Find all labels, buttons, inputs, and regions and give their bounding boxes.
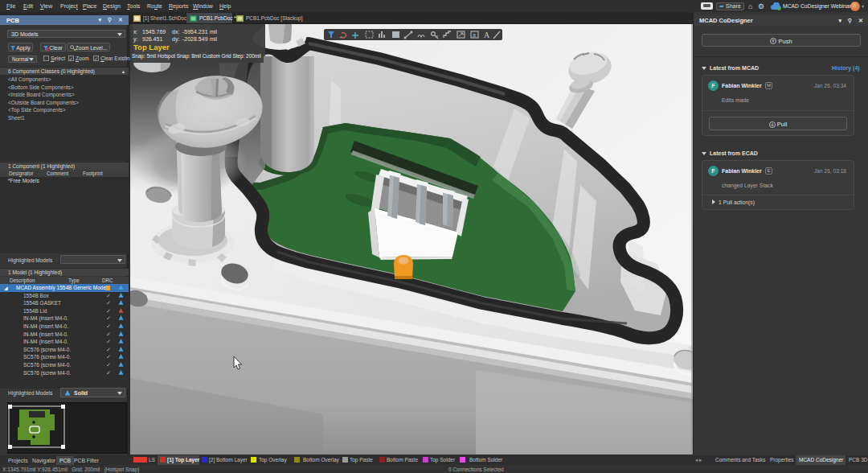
svg-text:a: a [473, 32, 476, 38]
svg-text:A: A [484, 31, 490, 39]
